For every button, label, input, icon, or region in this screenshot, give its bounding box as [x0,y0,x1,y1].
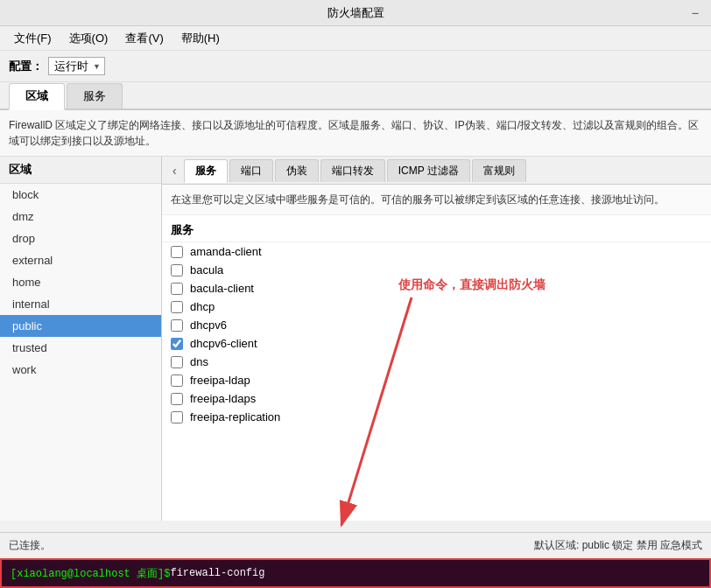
service-checkbox-freeipa-ldap[interactable] [171,374,183,387]
services-column-header: 服务 [162,219,711,242]
tab-zones[interactable]: 区域 [9,83,65,110]
service-checkbox-dhcpv6-client[interactable] [171,338,183,350]
terminal-prompt: [xiaolang@localhost 桌面]$ [11,566,170,581]
main-tab-bar: 区域 服务 [0,82,711,110]
service-row-freeipa-replication: freeipa-replication [162,408,711,426]
zone-item-public[interactable]: public [0,315,161,337]
service-row-freeipa-ldap: freeipa-ldap [162,371,711,389]
service-label-dhcp: dhcp [190,300,215,313]
config-label: 配置： [9,59,43,74]
minimize-button[interactable]: － [688,4,702,22]
service-row-freeipa-ldaps: freeipa-ldaps [162,389,711,408]
zone-item-dmz[interactable]: dmz [0,206,161,228]
status-bar: 已连接。 默认区域: public 锁定 禁用 应急模式 [0,532,711,558]
service-row-bacula-client: bacula-client [162,279,711,298]
zone-item-trusted[interactable]: trusted [0,337,161,359]
service-checkbox-dhcpv6[interactable] [171,319,183,332]
status-left: 已连接。 [9,538,51,553]
config-select[interactable]: 运行时 永久 [48,57,105,75]
inner-tab-masquerade[interactable]: 伪装 [275,159,319,182]
service-row-dhcpv6-client: dhcpv6-client [162,334,711,353]
menu-bar: 文件(F) 选项(O) 查看(V) 帮助(H) [0,26,711,51]
service-label-dhcpv6: dhcpv6 [190,318,227,332]
zone-item-external[interactable]: external [0,249,161,271]
service-checkbox-dhcp[interactable] [171,301,183,313]
status-right: 默认区域: public 锁定 禁用 应急模式 [534,538,702,553]
service-checkbox-bacula-client[interactable] [171,283,183,295]
right-panel: ‹ 服务 端口 伪装 端口转发 ICMP 过滤器 富规则 在这里您可以定义区域中… [162,157,711,521]
toolbar: 配置： 运行时 永久 [0,51,711,82]
service-checkbox-bacula[interactable] [171,264,183,276]
service-row-bacula: bacula [162,261,711,279]
title-bar: 防火墙配置 － [0,0,711,26]
services-list: 服务 amanda-client bacula bacula-client dh… [162,215,711,521]
service-label-bacula: bacula [190,263,223,276]
services-col-name: 服务 [171,222,194,238]
zone-item-work[interactable]: work [0,359,161,381]
terminal-command: firewall-config [170,567,264,579]
zone-item-drop[interactable]: drop [0,228,161,249]
service-row-dns: dns [162,353,711,371]
main-content: 区域 block dmz drop external home internal… [0,157,711,521]
zone-header: 区域 [0,157,161,184]
zone-item-block[interactable]: block [0,184,161,206]
service-label-bacula-client: bacula-client [190,282,254,295]
service-label-freeipa-replication: freeipa-replication [190,410,280,424]
inner-tab-ports[interactable]: 端口 [229,159,273,182]
config-select-wrapper[interactable]: 运行时 永久 [48,57,105,75]
menu-view[interactable]: 查看(V) [118,29,170,48]
menu-options[interactable]: 选项(O) [62,29,116,48]
menu-help[interactable]: 帮助(H) [174,29,227,48]
description-text: FirewallD 区域定义了绑定的网络连接、接口以及源地址的可信程度。区域是服… [0,110,711,157]
inner-tab-services[interactable]: 服务 [184,159,228,183]
services-description: 在这里您可以定义区域中哪些服务是可信的。可信的服务可以被绑定到该区域的任意连接、… [162,185,711,215]
service-label-dhcpv6-client: dhcpv6-client [190,337,257,350]
inner-tab-portforward[interactable]: 端口转发 [320,159,385,182]
service-row-amanda: amanda-client [162,242,711,261]
zone-item-internal[interactable]: internal [0,293,161,315]
window-title: 防火墙配置 [327,5,384,21]
zone-panel: 区域 block dmz drop external home internal… [0,157,162,521]
service-label-amanda: amanda-client [190,245,262,258]
service-row-dhcp: dhcp [162,298,711,316]
inner-tab-icmp[interactable]: ICMP 过滤器 [387,159,470,182]
service-label-freeipa-ldap: freeipa-ldap [190,374,250,387]
service-row-dhcpv6: dhcpv6 [162,316,711,334]
inner-tab-richrules[interactable]: 富规则 [472,159,526,182]
service-checkbox-amanda[interactable] [171,246,183,258]
service-label-dns: dns [190,355,208,368]
service-label-freeipa-ldaps: freeipa-ldaps [190,392,256,405]
menu-file[interactable]: 文件(F) [7,29,59,48]
service-checkbox-dns[interactable] [171,356,183,368]
tab-services[interactable]: 服务 [67,83,123,108]
service-checkbox-freeipa-replication[interactable] [171,411,183,424]
zone-item-home[interactable]: home [0,271,161,293]
tab-back-icon[interactable]: ‹ [167,164,182,178]
terminal-bar[interactable]: [xiaolang@localhost 桌面]$ firewall-config [0,558,711,588]
service-checkbox-freeipa-ldaps[interactable] [171,393,183,405]
inner-tab-bar: ‹ 服务 端口 伪装 端口转发 ICMP 过滤器 富规则 [162,157,711,185]
